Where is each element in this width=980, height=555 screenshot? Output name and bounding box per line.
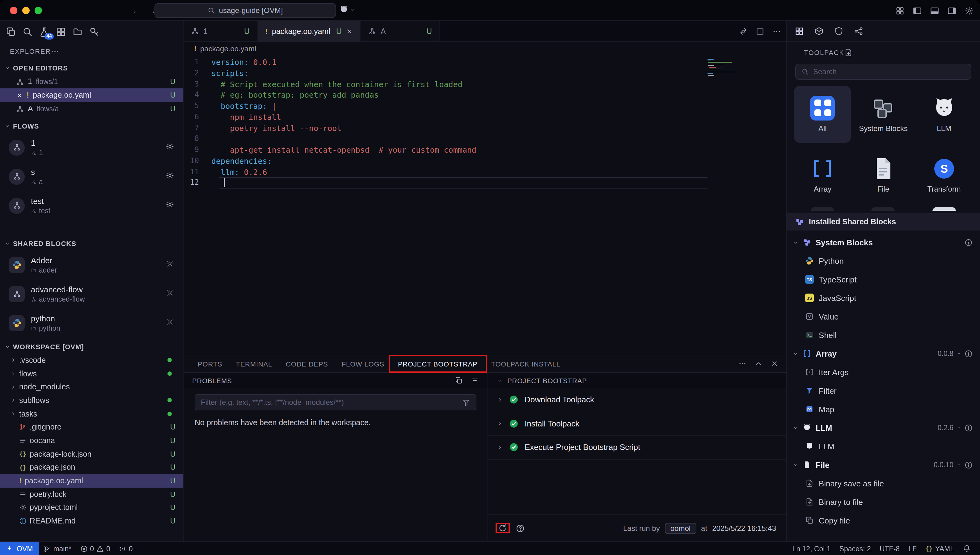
package-view-icon[interactable]: [814, 27, 824, 36]
panel-tab[interactable]: TERMINAL: [229, 355, 279, 372]
workspace-file[interactable]: !package.oo.yamlU: [0, 474, 183, 487]
minimize-window-button[interactable]: [22, 7, 30, 14]
shared-blocks-header[interactable]: SHARED BLOCKS: [0, 236, 183, 250]
panel-tab[interactable]: TOOLPACK INSTALL: [484, 355, 567, 372]
layout-left-icon[interactable]: [913, 6, 922, 15]
flask-activity-icon[interactable]: 44: [39, 26, 50, 37]
back-icon[interactable]: ←: [132, 6, 141, 16]
toolpack-category-file[interactable]: File: [855, 146, 912, 203]
toolpack-category-llm[interactable]: LLM: [916, 86, 973, 143]
traffic-lights[interactable]: [10, 7, 42, 14]
panel-tab[interactable]: CODE DEPS: [279, 355, 335, 372]
info-icon[interactable]: [964, 350, 973, 358]
shared-block-settings-gear[interactable]: [166, 289, 174, 299]
tree-item[interactable]: Filter: [786, 381, 980, 400]
panel-tab[interactable]: FLOW LOGS: [335, 355, 391, 372]
shared-block-item[interactable]: advanced-flowadvanced-flow: [0, 279, 183, 308]
info-icon[interactable]: [964, 238, 973, 246]
tree-group-system-blocks[interactable]: System Blocks: [786, 233, 980, 252]
shared-block-settings-gear[interactable]: [166, 318, 174, 328]
workspace-folder[interactable]: flows: [0, 367, 183, 380]
tree-item[interactable]: Binary to file: [786, 492, 980, 511]
encoding[interactable]: UTF-8: [875, 545, 904, 552]
workspace-file[interactable]: poetry.lockU: [0, 488, 183, 501]
toolpack-search-input[interactable]: [813, 67, 965, 76]
ports-indicator[interactable]: 0: [115, 545, 137, 552]
flows-header[interactable]: FLOWS: [0, 119, 183, 133]
blocks-activity-icon[interactable]: [56, 26, 66, 37]
tree-item[interactable]: JSJavaScript: [786, 289, 980, 307]
tree-item[interactable]: Map: [786, 400, 980, 419]
toolpack-category-system-blocks[interactable]: System Blocks: [855, 86, 912, 143]
info-icon[interactable]: [964, 423, 973, 432]
tree-item[interactable]: Value: [786, 307, 980, 326]
tree-item[interactable]: Python: [786, 252, 980, 270]
cursor-position[interactable]: Ln 12, Col 1: [788, 545, 835, 552]
block-version[interactable]: 0.0.10: [934, 461, 953, 468]
indentation[interactable]: Spaces: 2: [835, 545, 875, 552]
gear-icon[interactable]: [964, 6, 974, 15]
block-version[interactable]: 0.0.8: [938, 350, 953, 357]
bootstrap-step[interactable]: Execute Project Bootstrap Script: [488, 436, 786, 459]
editor-tab[interactable]: AU: [361, 21, 440, 42]
blocks-view-icon[interactable]: [794, 27, 804, 36]
shield-view-icon[interactable]: [834, 27, 844, 36]
workspace-file[interactable]: {}package-lock.jsonU: [0, 448, 183, 461]
more-icon[interactable]: [772, 27, 781, 36]
tree-group-file[interactable]: File0.0.10: [786, 456, 980, 474]
bootstrap-help-button[interactable]: [516, 524, 525, 533]
problems-filter-input[interactable]: [201, 398, 458, 407]
tree-item[interactable]: Binary save as file: [786, 474, 980, 492]
toolpack-category-all[interactable]: All: [794, 86, 851, 143]
code-editor[interactable]: 1version: 0.0.12scripts:3 # Script execu…: [184, 56, 786, 355]
toolpack-category-transform[interactable]: STransform: [916, 146, 973, 203]
close-tab-icon[interactable]: [346, 28, 353, 35]
workspace-file[interactable]: pyproject.tomlU: [0, 501, 183, 514]
tree-group-array[interactable]: Array0.0.8: [786, 344, 980, 363]
close-window-button[interactable]: [10, 7, 17, 14]
tree-group-llm[interactable]: LLM0.2.6: [786, 419, 980, 437]
layout-right-icon[interactable]: [947, 6, 956, 15]
more-icon[interactable]: [738, 360, 746, 368]
funnel-icon[interactable]: [462, 398, 470, 406]
tree-item[interactable]: LLM: [786, 437, 980, 456]
problems-summary[interactable]: 00: [76, 545, 115, 552]
language-mode[interactable]: {}YAML: [921, 544, 958, 553]
filter-list-icon[interactable]: [471, 376, 479, 384]
close-icon[interactable]: [16, 92, 23, 99]
git-branch[interactable]: main*: [39, 545, 76, 552]
open-editor-item[interactable]: !package.oo.yamlU: [0, 88, 183, 102]
apps-icon[interactable]: [895, 6, 905, 15]
shared-block-settings-gear[interactable]: [166, 260, 174, 270]
key-activity-icon[interactable]: [89, 26, 99, 37]
flow-item[interactable]: 11: [0, 133, 183, 162]
chevron-up-icon[interactable]: [754, 360, 762, 368]
layout-bottom-icon[interactable]: [930, 6, 939, 15]
open-editors-header[interactable]: OPEN EDITORS: [0, 61, 183, 75]
block-version[interactable]: 0.2.6: [938, 424, 953, 431]
close-icon[interactable]: [770, 360, 778, 368]
toolpack-search[interactable]: [795, 64, 971, 80]
breadcrumb[interactable]: ! package.oo.yaml: [184, 42, 786, 56]
tree-item[interactable]: Iter Args: [786, 363, 980, 381]
workspace-header[interactable]: WORKSPACE [OVM]: [0, 339, 183, 353]
shared-block-item[interactable]: pythonpython: [0, 308, 183, 337]
toolpack-category-array[interactable]: Array: [794, 146, 851, 203]
workspace-file[interactable]: .gitignoreU: [0, 420, 183, 434]
flow-settings-gear[interactable]: [166, 142, 174, 152]
copy-icon[interactable]: [455, 376, 463, 384]
workspace-folder[interactable]: .vscode: [0, 353, 183, 367]
split-icon[interactable]: [756, 27, 764, 36]
workspace-folder[interactable]: subflows: [0, 394, 183, 407]
panel-tab[interactable]: PORTS: [191, 355, 229, 372]
flow-settings-gear[interactable]: [166, 171, 174, 182]
workspace-file[interactable]: {}package.jsonU: [0, 461, 183, 474]
editor-tab[interactable]: 1U: [184, 21, 258, 42]
maximize-window-button[interactable]: [35, 7, 42, 14]
workspace-folder[interactable]: node_modules: [0, 380, 183, 394]
window-search[interactable]: usage-guide [OVM]: [154, 3, 336, 18]
flow-settings-gear[interactable]: [166, 200, 174, 211]
eol[interactable]: LF: [904, 545, 921, 552]
tree-item[interactable]: Shell: [786, 326, 980, 344]
panel-tab[interactable]: PROJECT BOOTSTRAP: [391, 355, 484, 372]
